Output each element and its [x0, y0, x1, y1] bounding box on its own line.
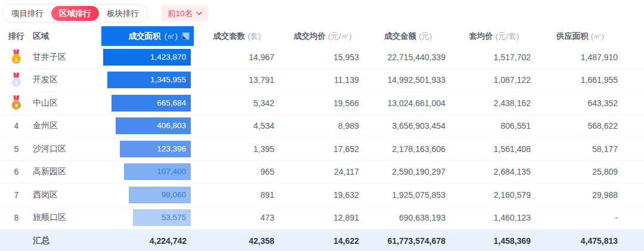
table-row: 6 高新园区 107,400 965 24,117 2,590,190,297 … — [0, 160, 644, 184]
table-row: 3 中山区 665,684 5,342 19,566 13,024,661,00… — [0, 92, 644, 115]
table-row: 7 西岗区 98,060 891 19,632 1,925,075,853 2,… — [0, 184, 644, 207]
deals-cell: 14,967 — [194, 46, 280, 69]
table-row: 5 沙河口区 123,396 1,395 17,652 2,178,163,60… — [0, 138, 644, 161]
avg-price-column-header[interactable]: 成交均价 (元/㎡) — [280, 26, 365, 46]
unit-price-cell: 2,160,579 — [451, 184, 537, 207]
supply-cell: 58,177 — [537, 138, 624, 161]
svg-text:2: 2 — [15, 79, 18, 85]
amount-cell: 690,638,193 — [365, 206, 451, 230]
summary-unit-price-value: 1,458,369 — [451, 230, 537, 251]
avg-price-cell: 15,953 — [280, 46, 365, 69]
supply-cell: - — [537, 206, 624, 230]
region-column-header: 区域 — [33, 26, 101, 46]
amount-cell: 1,925,075,853 — [365, 184, 451, 207]
unit-price-cell: 806,551 — [451, 114, 537, 138]
svg-text:3: 3 — [15, 102, 18, 109]
toolbar: 项目排行 区域排行 板块排行 前10名 — [0, 0, 644, 26]
unit-price-column-header[interactable]: 套均价 (元/套) — [451, 26, 537, 46]
tab-plate-ranking[interactable]: 板块排行 — [99, 6, 147, 21]
amount-column-header[interactable]: 成交金额 (元) — [365, 26, 451, 46]
supply-cell: 1,661,955 — [537, 69, 624, 92]
avg-price-cell: 19,632 — [280, 184, 365, 207]
deals-cell: 965 — [194, 160, 280, 184]
area-bar-cell: 53,575 — [101, 206, 194, 230]
rank-cell: 1 — [0, 46, 33, 69]
chevron-down-icon — [196, 11, 202, 16]
spacer-cell — [624, 69, 644, 92]
area-bar-cell: 1,423,870 — [101, 46, 194, 69]
rank-cell: 5 — [0, 138, 33, 161]
region-cell: 高新园区 — [33, 160, 101, 184]
svg-text:1: 1 — [15, 56, 18, 63]
table-row: 8 旅顺口区 53,575 473 12,891 690,638,193 1,4… — [0, 206, 644, 230]
summary-spacer-cell — [624, 230, 644, 251]
deals-column-header[interactable]: 成交套数 (套) — [194, 26, 280, 46]
tab-region-ranking[interactable]: 区域排行 — [51, 6, 99, 21]
rank-cell: 3 — [0, 92, 33, 115]
area-column-label: 成交面积 — [129, 31, 161, 42]
region-cell: 开发区 — [33, 69, 101, 92]
area-bar: 1,345,955 — [107, 72, 191, 88]
area-bar: 107,400 — [124, 163, 191, 180]
deals-cell: 891 — [194, 184, 280, 207]
supply-cell: 25,809 — [537, 160, 624, 184]
area-bar-cell: 123,396 — [101, 138, 194, 161]
table-body: 1 甘井子区 1,423,870 14,967 15,953 22,715,44… — [0, 46, 644, 230]
spacer-cell — [624, 160, 644, 184]
summary-avg-price-value: 14,622 — [280, 230, 365, 251]
area-column-header-sorted[interactable]: 成交面积(㎡) — [101, 26, 194, 46]
supply-column-header[interactable]: 供应面积 (㎡) — [537, 26, 624, 46]
amount-cell: 3,656,903,454 — [365, 114, 451, 138]
unit-price-cell: 1,087,122 — [451, 69, 537, 92]
summary-label: 汇总 — [33, 230, 101, 251]
summary-amount-value: 61,773,574,678 — [365, 230, 451, 251]
unit-price-cell: 1,517,702 — [451, 46, 537, 69]
spacer-cell — [624, 138, 644, 161]
area-bar: 53,575 — [133, 209, 191, 226]
deals-cell: 473 — [194, 206, 280, 230]
unit-price-cell: 1,561,408 — [451, 138, 537, 161]
sort-descending-icon — [181, 32, 190, 41]
deals-cell: 4,534 — [194, 114, 280, 138]
rank-column-header: 排行 — [0, 26, 33, 46]
medal-bronze-icon: 3 — [11, 95, 22, 110]
supply-cell: 29,988 — [537, 184, 624, 207]
region-cell: 中山区 — [33, 92, 101, 115]
amount-cell: 22,715,440,339 — [365, 46, 451, 69]
region-cell: 旅顺口区 — [33, 206, 101, 230]
spacer-cell — [624, 92, 644, 115]
area-bar-cell: 665,684 — [101, 92, 194, 115]
area-bar: 98,060 — [129, 187, 191, 203]
tab-project-ranking[interactable]: 项目排行 — [4, 6, 51, 21]
avg-price-cell: 8,989 — [280, 114, 365, 138]
rank-cell: 6 — [0, 160, 33, 184]
medal-silver-icon: 2 — [11, 73, 22, 88]
table-header-row: 排行 区域 成交面积(㎡) 成交套数 (套) 成交均价 (元/㎡) 成交金额 (… — [0, 26, 644, 46]
area-bar-cell: 107,400 — [101, 160, 194, 184]
area-bar: 406,803 — [116, 117, 191, 134]
avg-price-cell: 12,891 — [280, 206, 365, 230]
region-cell: 沙河口区 — [33, 138, 101, 161]
top-n-filter-label: 前10名 — [168, 8, 193, 18]
top-n-filter-dropdown[interactable]: 前10名 — [162, 5, 208, 21]
spacer-cell — [624, 46, 644, 69]
unit-price-cell: 2,684,135 — [451, 160, 537, 184]
region-ranking-table: 排行 区域 成交面积(㎡) 成交套数 (套) 成交均价 (元/㎡) 成交金额 (… — [0, 26, 644, 251]
summary-deals-value: 42,358 — [194, 230, 280, 251]
table-row: 2 开发区 1,345,955 13,791 11,139 14,992,501… — [0, 69, 644, 92]
region-cell: 甘井子区 — [33, 46, 101, 69]
spacer-cell — [624, 184, 644, 207]
deals-cell: 5,342 — [194, 92, 280, 115]
summary-area-value: 4,224,742 — [101, 230, 194, 251]
rank-cell: 7 — [0, 184, 33, 207]
amount-cell: 14,992,501,933 — [365, 69, 451, 92]
ranking-tab-group: 项目排行 区域排行 板块排行 — [2, 4, 148, 23]
spacer-cell — [624, 206, 644, 230]
area-column-unit: (㎡) — [165, 31, 178, 42]
area-bar: 665,684 — [112, 95, 191, 111]
spacer-column-header — [624, 26, 644, 46]
avg-price-cell: 19,566 — [280, 92, 365, 115]
amount-cell: 13,024,661,004 — [365, 92, 451, 115]
region-cell: 西岗区 — [33, 184, 101, 207]
area-bar-cell: 1,345,955 — [101, 69, 194, 92]
